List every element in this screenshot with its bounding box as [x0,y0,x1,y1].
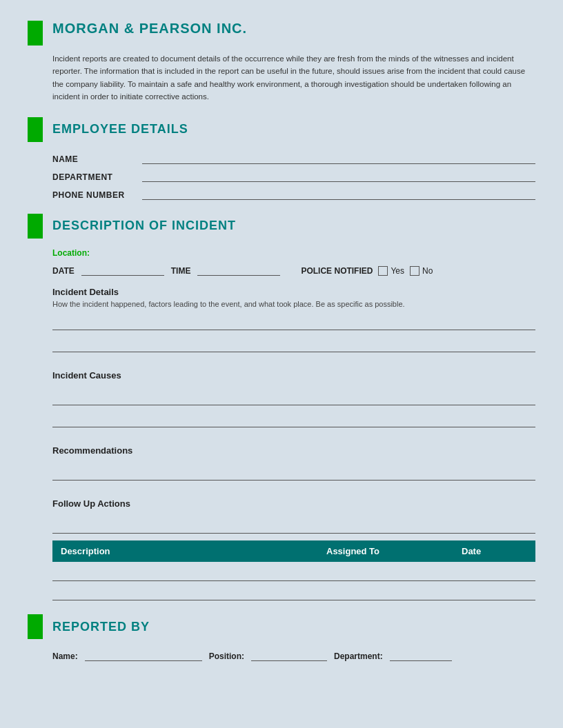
incident-causes-title: Incident Causes [52,370,535,381]
incident-details-line-1[interactable] [52,315,535,330]
followup-desc-1[interactable] [52,562,318,581]
phone-line[interactable] [142,188,535,200]
department-line[interactable] [142,170,535,182]
company-title: MORGAN & PEARSON INC. [52,21,247,37]
employee-details: NAME DEPARTMENT PHONE NUMBER [52,152,535,200]
page: MORGAN & PEARSON INC. Incident reports a… [0,0,563,728]
reported-section-title: REPORTED BY [52,620,150,634]
col-assigned-header: Assigned To [318,540,453,562]
employee-green-bar [28,117,43,142]
followup-table-row-2 [52,581,535,600]
name-row: NAME [52,152,535,164]
yes-checkbox[interactable] [378,266,388,276]
incident-green-bar [28,214,43,239]
reported-position-label: Position: [209,651,244,661]
company-description: Incident reports are created to document… [52,52,535,103]
date-input-line[interactable] [81,263,164,276]
police-label: POLICE NOTIFIED [301,266,373,276]
incident-details-hint: How the incident happened, factors leadi… [52,300,535,308]
incident-details-line-2[interactable] [52,337,535,352]
incident-causes-line-1[interactable] [52,390,535,405]
followup-text-line[interactable] [52,518,535,534]
time-label: TIME [171,266,191,276]
reported-by-row: Name: Position: Department: [52,649,535,661]
company-green-bar [28,21,43,46]
incident-details: Location: DATE TIME POLICE NOTIFIED Yes … [52,248,535,601]
incident-section-title: DESCRIPTION OF INCIDENT [52,219,236,233]
phone-row: PHONE NUMBER [52,188,535,200]
incident-section-header: DESCRIPTION OF INCIDENT [28,214,535,239]
reported-by-fields: Name: Position: Department: [52,649,535,661]
reported-green-bar [28,614,43,639]
incident-details-title: Incident Details [52,287,535,297]
recommendations-line-1[interactable] [52,465,535,481]
followup-table: Description Assigned To Date [52,540,535,601]
department-row: DEPARTMENT [52,170,535,182]
no-checkbox[interactable] [410,266,419,276]
employee-section-title: EMPLOYEE DETAILS [52,122,188,136]
company-header: MORGAN & PEARSON INC. [28,21,535,46]
followup-date-1[interactable] [453,562,535,581]
col-date-header: Date [453,540,535,562]
reported-section-header: REPORTED BY [28,614,535,639]
followup-desc-2[interactable] [52,581,318,600]
col-description-header: Description [52,540,318,562]
name-label: NAME [52,154,142,164]
date-time-row: DATE TIME POLICE NOTIFIED Yes No [52,263,535,276]
yes-checkbox-item[interactable]: Yes [378,266,404,276]
followup-title: Follow Up Actions [52,498,535,509]
followup-assigned-2[interactable] [318,581,453,600]
department-label: DEPARTMENT [52,172,142,182]
police-group: POLICE NOTIFIED Yes No [301,266,433,276]
reported-department-line[interactable] [390,649,452,661]
no-checkbox-item[interactable]: No [410,266,433,276]
followup-table-header-row: Description Assigned To Date [52,540,535,562]
yes-label: Yes [391,266,404,276]
no-label: No [422,266,433,276]
reported-name-label: Name: [52,651,78,661]
employee-section-header: EMPLOYEE DETAILS [28,117,535,142]
reported-position-line[interactable] [251,649,327,661]
reported-department-label: Department: [334,651,383,661]
reported-name-line[interactable] [85,649,202,661]
time-input-line[interactable] [197,263,280,276]
location-label: Location: [52,248,535,258]
incident-causes-line-2[interactable] [52,412,535,427]
date-label: DATE [52,266,75,276]
followup-table-row-1 [52,562,535,581]
followup-assigned-1[interactable] [318,562,453,581]
phone-label: PHONE NUMBER [52,190,142,200]
followup-date-2[interactable] [453,581,535,600]
name-line[interactable] [142,152,535,164]
recommendations-title: Recommendations [52,445,535,456]
